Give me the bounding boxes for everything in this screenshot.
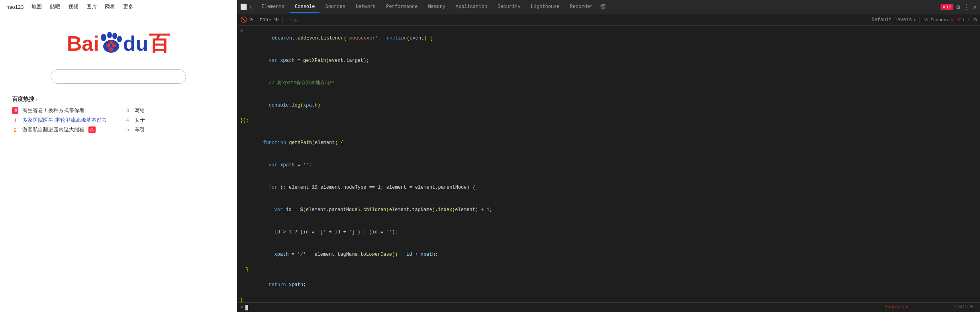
devtools-top-icons: ✕ 17 ⚙ ⋮ ✕: [941, 3, 977, 11]
console-line-12: return xpath;: [237, 274, 980, 296]
hot-link-r0[interactable]: 写给: [135, 107, 145, 114]
hot-items-container: 顶 民生答卷！换种方式带你看 1 多家医院医生:本轮甲流高峰基本过去 2 游客私…: [12, 107, 225, 133]
tab-application[interactable]: Application: [451, 2, 492, 13]
tab-console[interactable]: Console: [290, 2, 319, 13]
tab-recorder[interactable]: Recorder: [565, 2, 598, 13]
nav-map[interactable]: 地图: [31, 3, 42, 10]
hot-link-r1[interactable]: 女于: [135, 117, 145, 124]
tab-network[interactable]: Network: [351, 2, 380, 13]
nav-hao123[interactable]: hao123: [6, 4, 24, 10]
error-x-icon: ✕: [943, 4, 945, 10]
chevron-down-icon-2: ▾: [913, 18, 916, 22]
console-output[interactable]: > document.addEventListener('mouseover',…: [237, 26, 980, 302]
logo-area: Bai du 百: [0, 14, 237, 65]
console-line-0: > document.addEventListener('mouseover',…: [237, 27, 980, 49]
console-line-1: var xpath = getXPath(event.target);: [237, 49, 980, 72]
svg-point-4: [117, 36, 122, 42]
devtools-panel: ⬜ ↖ Elements Console Sources Network Per…: [237, 0, 980, 312]
nav-netdisk[interactable]: 网盘: [105, 3, 115, 10]
svg-point-3: [112, 33, 117, 39]
hot-rank-r2: 5: [126, 127, 129, 132]
hot-search-title: 百度热搜 ›: [12, 96, 225, 103]
issues-badge: 18 Issues: ✕ 17 ℹ 1: [923, 17, 970, 22]
tab-memory[interactable]: Memory: [423, 2, 450, 13]
tab-sources[interactable]: Sources: [320, 2, 350, 13]
nav-image[interactable]: 图片: [86, 3, 97, 10]
devtools-device-icon[interactable]: ⬜: [240, 4, 247, 10]
console-line-9: id > 1 ? (id = '[' + id + ']') : (id = '…: [237, 221, 980, 243]
hot-item-r1: 4 女于: [126, 117, 225, 124]
console-line-6: var xpath = '';: [237, 154, 980, 176]
svg-point-8: [110, 41, 113, 44]
toolbar-separator-2: [282, 17, 283, 23]
browser-page: hao123 地图 贴吧 视频 图片 网盘 更多 Bai: [0, 0, 237, 312]
console-prompt-icon: >: [240, 28, 246, 35]
console-line-13: }: [237, 296, 980, 302]
hot-items-left: 顶 民生答卷！换种方式带你看 1 多家医院医生:本轮甲流高峰基本过去 2 游客私…: [12, 107, 110, 133]
devtools-inspect-icon[interactable]: ↖: [249, 4, 253, 10]
filter-icon[interactable]: ⊘: [249, 16, 253, 23]
settings-gear-icon[interactable]: ⚙: [956, 3, 960, 11]
devtools-close-icon[interactable]: ✕: [973, 3, 977, 11]
tab-security[interactable]: Security: [493, 2, 525, 13]
hot-link-1[interactable]: 多家医院医生:本轮甲流高峰基本过去: [22, 117, 107, 124]
yuucn-watermark: Yuucn.com: [885, 304, 908, 310]
baidu-paw-icon: [100, 31, 123, 56]
issues-settings-icon[interactable]: ⚙: [974, 16, 977, 23]
hot-link-2[interactable]: 游客私自翻进园内逗大熊猫: [22, 126, 84, 133]
devtools-toolbar: 🚫 ⊘ top ▾ 👁 Default levels ▾ 18 Issues: …: [237, 14, 980, 26]
default-levels-selector[interactable]: Default levels ▾: [872, 17, 916, 23]
eye-icon[interactable]: 👁: [274, 17, 279, 23]
tab-lighthouse[interactable]: Lighthouse: [526, 2, 564, 13]
code-text: var xpath = '';: [246, 154, 312, 176]
devtools-more-icon[interactable]: ⋮: [963, 3, 970, 11]
hot-item-0: 顶 民生答卷！换种方式带你看: [12, 107, 110, 114]
code-text: document.addEventListener('mouseover', f…: [249, 28, 433, 49]
logo-du: du: [123, 32, 149, 55]
devtools-tabbar: ⬜ ↖ Elements Console Sources Network Per…: [237, 0, 980, 14]
hot-rank-r0: 3: [126, 108, 129, 113]
hot-rank-2: 2: [12, 127, 18, 133]
console-line-7: for (; element && element.nodeType == 1;…: [237, 176, 980, 199]
svg-point-2: [107, 32, 112, 38]
code-text: function getXPath(element) {: [240, 132, 343, 154]
search-area: [0, 65, 237, 92]
tab-elements[interactable]: Elements: [257, 2, 289, 13]
tab-performance[interactable]: Performance: [381, 2, 422, 13]
console-cursor: [245, 305, 248, 310]
hot-link-0[interactable]: 民生答卷！换种方式带你看: [22, 107, 84, 114]
nav-more[interactable]: 更多: [123, 3, 133, 10]
code-text: var id = $(element.parentNode).children(…: [251, 199, 492, 221]
console-input-line: >: [237, 302, 980, 312]
console-blank: [237, 124, 980, 132]
code-text: xpath = '/' + element.tagName.toLowerCas…: [251, 244, 438, 265]
hot-search-section: 百度热搜 › 顶 民生答卷！换种方式带你看 1 多家医院医生:本轮甲流高峰基本过…: [0, 92, 237, 137]
code-text: console.log(xpath): [246, 95, 320, 116]
svg-point-5: [106, 43, 110, 47]
svg-point-7: [109, 47, 113, 51]
search-input[interactable]: [51, 69, 186, 84]
hot-search-arrow-icon: ›: [36, 97, 37, 102]
chevron-down-icon: ▾: [269, 18, 271, 22]
toolbar-separator-3: [919, 17, 919, 23]
hot-link-r2[interactable]: 车引: [135, 126, 145, 133]
console-caret-icon: >: [240, 305, 243, 310]
svg-point-6: [112, 43, 116, 47]
hot-badge-hot: 热: [88, 126, 96, 133]
code-text: for (; element && element.nodeType == 1;…: [246, 177, 475, 198]
issues-red-count: ✕ 17: [951, 17, 961, 22]
console-line-4: });: [237, 117, 980, 124]
console-line-11: }: [237, 266, 980, 274]
issues-blue-count: ℹ 1: [962, 17, 969, 22]
hot-rank-1: 1: [12, 117, 18, 123]
code-text: }: [240, 296, 243, 302]
top-nav: hao123 地图 贴吧 视频 图片 网盘 更多: [0, 0, 237, 14]
top-context-selector[interactable]: top ▾: [259, 17, 271, 23]
hot-rank-r1: 4: [126, 117, 129, 123]
nav-tieba[interactable]: 贴吧: [50, 3, 60, 10]
console-line-5: function getXPath(element) {: [237, 132, 980, 154]
nav-video[interactable]: 视频: [68, 3, 78, 10]
clear-console-icon[interactable]: 🚫: [240, 16, 247, 23]
svg-point-1: [101, 34, 106, 41]
filter-input[interactable]: [286, 16, 869, 24]
